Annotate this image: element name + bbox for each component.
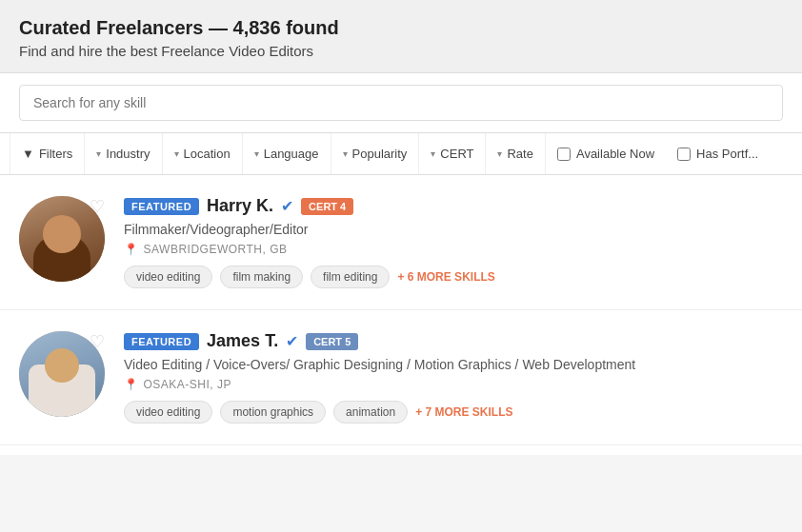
has-portfolio-label: Has Portf...: [696, 147, 758, 161]
filters-label: Filters: [39, 147, 72, 161]
search-bar-container: [0, 73, 802, 133]
filter-popularity-button[interactable]: ▾ Popularity: [331, 133, 420, 175]
avatar-wrapper: ♡: [19, 196, 105, 282]
page-header: Curated Freelancers — 4,836 found Find a…: [0, 0, 802, 73]
chevron-icon: ▾: [431, 148, 435, 159]
freelancer-location: 📍 SAWBRIDGEWORTH, GB: [124, 243, 783, 256]
has-portfolio-group: Has Portf...: [666, 133, 770, 175]
filter-language-button[interactable]: ▾ Language: [243, 133, 331, 175]
filter-rate-label: Rate: [507, 147, 532, 161]
filter-cert-button[interactable]: ▾ CERT: [419, 133, 486, 175]
card-content: FEATURED James T. ✔ CERT 5 Video Editing…: [124, 331, 783, 424]
filter-industry-label: Industry: [106, 147, 150, 161]
favorite-icon[interactable]: ♡: [90, 331, 105, 352]
location-text: OSAKA-SHI, JP: [144, 378, 232, 391]
available-now-group: Available Now: [546, 133, 666, 175]
freelancer-name: James T.: [207, 331, 278, 351]
table-row: ♡ FEATURED Harry K. ✔ CERT 4 Filmmaker/V…: [0, 175, 802, 310]
filter-cert-label: CERT: [440, 147, 473, 161]
more-skills-link[interactable]: + 7 MORE SKILLS: [415, 405, 512, 419]
has-portfolio-checkbox[interactable]: [677, 148, 691, 161]
search-input[interactable]: [19, 85, 783, 121]
filter-bar: ▼ Filters ▾ Industry ▾ Location ▾ Langua…: [0, 133, 802, 175]
cert-badge: CERT 5: [306, 333, 358, 350]
card-content: FEATURED Harry K. ✔ CERT 4 Filmmaker/Vid…: [124, 196, 783, 288]
filters-button[interactable]: ▼ Filters: [10, 133, 85, 175]
featured-badge: FEATURED: [124, 333, 199, 350]
chevron-icon: ▾: [497, 148, 502, 159]
verified-icon: ✔: [281, 197, 293, 215]
skills-row: video editing motion graphics animation …: [124, 401, 783, 424]
skill-tag: video editing: [124, 266, 212, 288]
verified-icon: ✔: [286, 332, 298, 350]
filter-location-label: Location: [184, 147, 231, 161]
freelancer-location: 📍 OSAKA-SHI, JP: [124, 378, 783, 391]
chevron-icon: ▾: [174, 148, 179, 159]
chevron-icon: ▾: [343, 148, 348, 159]
location-text: SAWBRIDGEWORTH, GB: [144, 243, 288, 256]
more-skills-link[interactable]: + 6 MORE SKILLS: [397, 270, 494, 284]
filter-location-button[interactable]: ▾ Location: [163, 133, 243, 175]
freelancer-name: Harry K.: [207, 196, 273, 216]
freelancer-list: ♡ FEATURED Harry K. ✔ CERT 4 Filmmaker/V…: [0, 175, 802, 455]
featured-badge: FEATURED: [124, 198, 199, 215]
card-header: FEATURED James T. ✔ CERT 5: [124, 331, 783, 351]
location-pin-icon: 📍: [124, 243, 139, 256]
chevron-icon: ▾: [96, 148, 101, 159]
funnel-icon: ▼: [22, 147, 34, 161]
filter-rate-button[interactable]: ▾ Rate: [486, 133, 545, 175]
available-now-checkbox[interactable]: [557, 148, 571, 161]
filter-popularity-label: Popularity: [352, 147, 408, 161]
skill-tag: film editing: [311, 266, 390, 288]
location-pin-icon: 📍: [124, 378, 139, 391]
page-subtitle: Find and hire the best Freelance Video E…: [19, 43, 783, 59]
table-row: ♡ FEATURED James T. ✔ CERT 5 Video Editi…: [0, 310, 802, 445]
freelancer-title: Filmmaker/Videographer/Editor: [124, 222, 783, 237]
card-header: FEATURED Harry K. ✔ CERT 4: [124, 196, 783, 216]
filter-language-label: Language: [264, 147, 319, 161]
skill-tag: motion graphics: [220, 401, 326, 424]
skill-tag: animation: [333, 401, 408, 424]
skill-tag: video editing: [124, 401, 212, 424]
skills-row: video editing film making film editing +…: [124, 266, 783, 288]
avatar-wrapper: ♡: [19, 331, 105, 417]
available-now-label: Available Now: [576, 147, 654, 161]
page-title: Curated Freelancers — 4,836 found: [19, 17, 783, 39]
cert-badge: CERT 4: [301, 198, 353, 215]
skill-tag: film making: [220, 266, 303, 288]
chevron-icon: ▾: [254, 148, 259, 159]
freelancer-title: Video Editing / Voice-Overs/ Graphic Des…: [124, 357, 783, 372]
filter-industry-button[interactable]: ▾ Industry: [85, 133, 162, 175]
favorite-icon[interactable]: ♡: [90, 196, 105, 217]
